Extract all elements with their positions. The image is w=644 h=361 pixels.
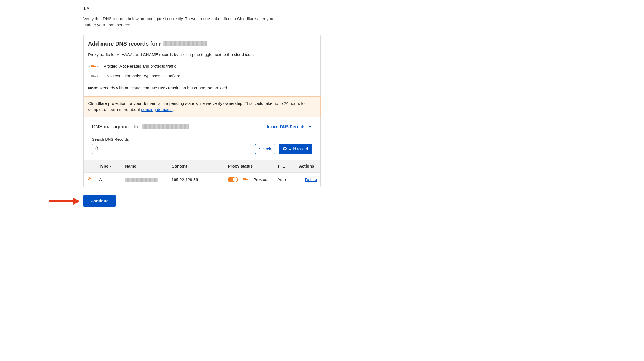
plus-circle-icon <box>283 147 287 152</box>
svg-point-4 <box>89 180 90 180</box>
svg-point-0 <box>95 147 98 149</box>
col-actions: Actions <box>296 160 320 173</box>
cloud-dnsonly-icon <box>88 73 99 79</box>
cloud-proxied-icon <box>88 63 99 69</box>
col-content[interactable]: Content <box>168 160 225 173</box>
dns-management-section: DNS management for Import DNS Records ▼ … <box>84 117 320 154</box>
continue-button[interactable]: Continue <box>83 195 116 207</box>
card-description: Proxy traffic for A, AAAA, and CNAME rec… <box>88 52 265 58</box>
sort-asc-icon: ▲ <box>110 165 112 168</box>
pending-domains-link[interactable]: pending domains <box>141 107 172 112</box>
cloud-proxied-icon <box>241 176 251 184</box>
col-name[interactable]: Name <box>122 160 168 173</box>
cell-content: 165.22.128.86 <box>168 173 225 187</box>
dns-card: Add more DNS records for r Proxy traffic… <box>83 34 321 187</box>
redacted-domain-2 <box>142 124 189 129</box>
table-row[interactable]: A 165.22.128.86 Proxied <box>84 173 320 187</box>
search-button[interactable]: Search <box>255 144 275 154</box>
import-dns-link[interactable]: Import DNS Records ▼ <box>267 124 312 130</box>
search-icon <box>95 146 99 152</box>
svg-line-1 <box>97 149 99 150</box>
dns-records-table: Type▲ Name Content Proxy status TTL Acti… <box>84 160 320 187</box>
warning-icon <box>87 177 92 182</box>
legend-proxied: Proxied: Accelerates and protects traffi… <box>88 63 316 70</box>
col-proxy[interactable]: Proxy status <box>225 160 274 173</box>
redacted-domain <box>163 41 207 46</box>
cell-name <box>122 173 168 187</box>
cell-ttl: Auto <box>274 173 296 187</box>
search-input[interactable] <box>92 144 251 154</box>
chevron-down-icon: ▼ <box>308 124 312 130</box>
add-record-button[interactable]: Add record <box>279 144 312 154</box>
card-title: Add more DNS records for r <box>88 39 316 48</box>
cell-type: A <box>96 173 122 187</box>
search-label: Search DNS Records <box>92 137 251 142</box>
note-text: Note: Records with no cloud icon use DNS… <box>88 85 316 91</box>
pending-banner: Cloudflare protection for your domain is… <box>84 96 321 117</box>
legend-dnsonly: DNS resolution only: Bypasses Cloudflare <box>88 73 316 79</box>
record-summary: 1 A <box>83 6 321 12</box>
annotation-arrow-icon <box>48 196 81 207</box>
col-type[interactable]: Type▲ <box>96 160 122 173</box>
redacted-name <box>125 178 158 182</box>
mgmt-title: DNS management for <box>92 123 189 131</box>
proxy-status-label: Proxied <box>253 177 267 183</box>
col-ttl[interactable]: TTL <box>274 160 296 173</box>
dns-page: 1 A Verify that DNS records below are co… <box>83 6 321 207</box>
delete-link[interactable]: Delete <box>305 177 317 182</box>
proxy-toggle[interactable] <box>228 177 238 182</box>
intro-text: Verify that DNS records below are config… <box>83 16 276 28</box>
